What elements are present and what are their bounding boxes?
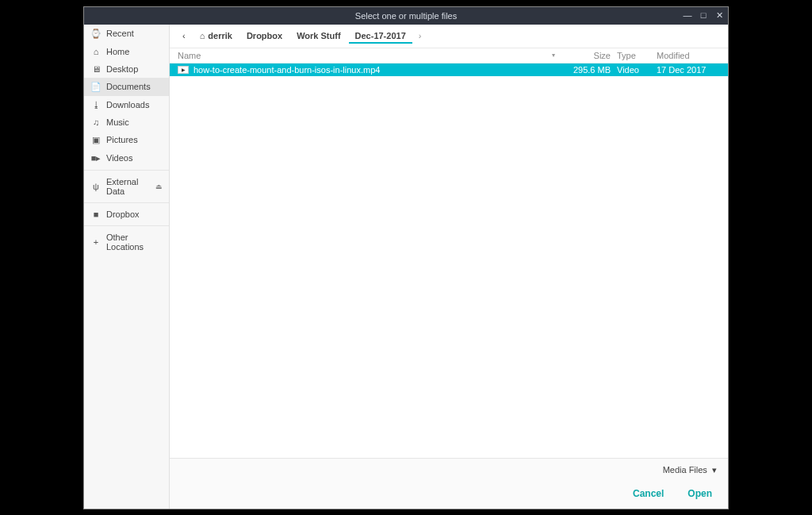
sidebar-item-label: Documents (106, 82, 163, 91)
column-type[interactable]: Type (617, 51, 657, 60)
plus-icon: + (90, 237, 102, 247)
sidebar-separator (84, 225, 169, 226)
sidebar-separator (84, 202, 169, 203)
sidebar-item-label: Recent (106, 29, 163, 38)
main-pane: ‹ ⌂derrik Dropbox Work Stuff Dec-17-2017… (170, 25, 728, 509)
file-list[interactable]: ▶ how-to-create-mount-and-burn-isos-in-l… (170, 63, 728, 458)
sidebar-item-label: Desktop (106, 64, 163, 74)
home-icon: ⌂ (90, 47, 102, 56)
filter-dropdown[interactable]: Media Files ▾ (663, 465, 717, 475)
pathbar: ‹ ⌂derrik Dropbox Work Stuff Dec-17-2017… (170, 25, 728, 48)
breadcrumb[interactable]: Dropbox (240, 28, 289, 44)
eject-icon[interactable]: ⏏ (155, 183, 163, 190)
column-size[interactable]: Size (561, 51, 617, 60)
usb-icon: ψ (90, 182, 102, 191)
file-modified: 17 Dec 2017 (657, 65, 720, 75)
video-icon: ■▸ (90, 153, 102, 163)
home-icon: ⌂ (200, 31, 205, 40)
sidebar-item-label: Downloads (106, 100, 163, 110)
sidebar-separator (84, 170, 169, 171)
back-button[interactable]: ‹ (176, 29, 192, 42)
sidebar-item-label: Pictures (106, 135, 163, 144)
open-button[interactable]: Open (688, 488, 712, 499)
video-file-icon: ▶ (178, 66, 189, 74)
file-size: 295.6 MB (561, 65, 617, 75)
sidebar-item-videos[interactable]: ■▸ Videos (84, 149, 169, 167)
sidebar-item-home[interactable]: ⌂ Home (84, 43, 169, 60)
forward-button[interactable]: › (414, 29, 427, 42)
sidebar-item-pictures[interactable]: ▣ Pictures (84, 131, 169, 149)
bottom-bar: Media Files ▾ Cancel Open (170, 458, 728, 509)
music-icon: ♫ (90, 117, 102, 127)
file-type: Video (617, 65, 657, 75)
folder-icon: ■ (90, 209, 102, 219)
sidebar-item-label: External Data (106, 177, 151, 196)
file-chooser-window: Select one or multiple files — □ ✕ ⌚ Rec… (83, 6, 729, 509)
breadcrumb[interactable]: Work Stuff (290, 28, 347, 44)
cancel-button[interactable]: Cancel (633, 488, 664, 499)
sidebar-item-recent[interactable]: ⌚ Recent (84, 25, 169, 43)
sort-indicator-icon: ▾ (552, 52, 555, 59)
window-title: Select one or multiple files (355, 11, 457, 21)
sidebar-item-music[interactable]: ♫ Music (84, 113, 169, 131)
download-icon: ⭳ (90, 100, 102, 110)
file-row[interactable]: ▶ how-to-create-mount-and-burn-isos-in-l… (170, 63, 728, 76)
clock-icon: ⌚ (90, 29, 102, 39)
sidebar-item-label: Other Locations (106, 233, 163, 252)
sidebar-item-label: Home (106, 47, 163, 56)
sidebar-item-documents[interactable]: 📄 Documents (84, 78, 169, 96)
desktop-icon: 🖥 (90, 64, 102, 74)
maximize-icon[interactable]: □ (698, 10, 709, 21)
close-icon[interactable]: ✕ (714, 10, 725, 21)
filter-bar: Media Files ▾ (170, 459, 728, 482)
breadcrumb-label: derrik (208, 31, 232, 40)
column-modified[interactable]: Modified (657, 51, 720, 60)
breadcrumb-current[interactable]: Dec-17-2017 (349, 28, 412, 44)
dialog-body: ⌚ Recent ⌂ Home 🖥 Desktop 📄 Documents ⭳ … (84, 25, 728, 509)
sidebar-item-desktop[interactable]: 🖥 Desktop (84, 60, 169, 78)
minimize-icon[interactable]: — (682, 10, 693, 21)
sidebar-item-dropbox[interactable]: ■ Dropbox (84, 206, 169, 223)
breadcrumb-home[interactable]: ⌂derrik (193, 28, 239, 44)
sidebar-item-downloads[interactable]: ⭳ Downloads (84, 96, 169, 113)
column-name[interactable]: Name▾ (178, 51, 561, 60)
sidebar-item-label: Music (106, 117, 163, 127)
sidebar-item-label: Dropbox (106, 209, 163, 219)
titlebar[interactable]: Select one or multiple files — □ ✕ (84, 7, 728, 25)
window-controls: — □ ✕ (682, 10, 725, 21)
file-name: how-to-create-mount-and-burn-isos-in-lin… (193, 65, 561, 75)
document-icon: 📄 (90, 82, 102, 92)
sidebar-item-label: Videos (106, 153, 163, 163)
sidebar: ⌚ Recent ⌂ Home 🖥 Desktop 📄 Documents ⭳ … (84, 25, 170, 509)
sidebar-item-external[interactable]: ψ External Data ⏏ (84, 173, 169, 200)
column-headers: Name▾ Size Type Modified (170, 48, 728, 63)
sidebar-item-other-locations[interactable]: + Other Locations (84, 229, 169, 256)
button-bar: Cancel Open (170, 482, 728, 509)
pictures-icon: ▣ (90, 135, 102, 145)
